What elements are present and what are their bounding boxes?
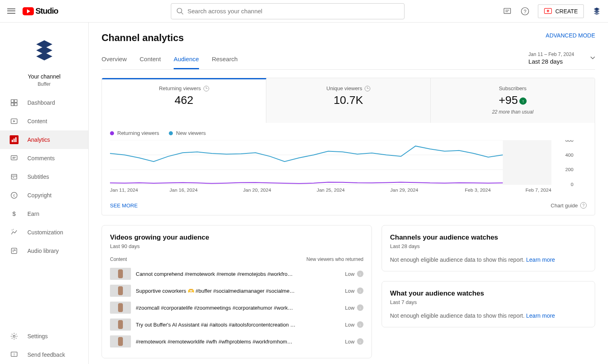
learn-more-link[interactable]: Learn more <box>526 312 555 319</box>
chevron-down-icon <box>590 56 595 60</box>
sidebar-item-content[interactable]: Content <box>0 112 88 130</box>
svg-point-30 <box>13 335 15 337</box>
video-row[interactable]: #zoomcall #corporatelife #zoommeetings #… <box>110 299 363 316</box>
svg-text:Feb 3, 2024: Feb 3, 2024 <box>465 188 491 192</box>
svg-rect-13 <box>15 103 17 106</box>
sidebar-item-customization[interactable]: Customization <box>0 223 88 242</box>
svg-text:Feb 7, 2024: Feb 7, 2024 <box>525 188 552 192</box>
video-row[interactable]: Try out Buffer's AI Assistant #ai #aitoo… <box>110 316 363 333</box>
advanced-mode-link[interactable]: ADVANCED MODE <box>546 32 595 39</box>
svg-point-27 <box>12 230 12 230</box>
video-row[interactable]: Cannot comprehend #remotework #remote #r… <box>110 265 363 282</box>
card-subtitle: Last 90 days <box>110 243 363 249</box>
sidebar-item-dashboard[interactable]: Dashboard <box>0 93 88 112</box>
svg-rect-17 <box>15 137 17 142</box>
svg-text:200: 200 <box>565 168 573 172</box>
col-returned: New viewers who returned <box>307 256 363 262</box>
video-title: Supportive coworkers 🫶 #buffer #socialme… <box>136 288 340 294</box>
svg-rect-15 <box>12 140 13 142</box>
studio-logo[interactable]: Studio <box>23 6 58 16</box>
date-range-picker[interactable]: Jan 11 – Feb 7, 2024 Last 28 days <box>529 52 595 68</box>
menu-icon[interactable] <box>6 6 16 16</box>
video-title: #zoomcall #corporatelife #zoommeetings #… <box>136 305 340 311</box>
legend-item: Returning viewers <box>110 130 159 136</box>
channels-watches-card: Channels your audience watches Last 28 d… <box>382 225 595 271</box>
video-stat: Low ↓ <box>345 271 363 277</box>
videos-growing-card: Videos growing your audience Last 90 day… <box>102 225 372 358</box>
video-thumbnail <box>110 302 131 314</box>
search-input[interactable] <box>187 8 399 14</box>
tab-research[interactable]: Research <box>212 50 238 69</box>
legend-dot-icon <box>169 131 173 135</box>
svg-text:Jan 25, 2024: Jan 25, 2024 <box>317 188 345 192</box>
analytics-icon <box>10 135 19 144</box>
account-icon[interactable] <box>592 6 602 16</box>
comments-icon <box>10 154 19 163</box>
sidebar-item-send-feedback[interactable]: Send feedback <box>0 345 88 364</box>
send feedback-icon <box>10 350 19 359</box>
date-preset-label: Last 28 days <box>529 58 574 65</box>
video-row[interactable]: Supportive coworkers 🫶 #buffer #socialme… <box>110 282 363 299</box>
card-subtitle: Last 28 days <box>390 243 587 249</box>
copyright-icon: c <box>10 191 19 200</box>
channel-avatar[interactable] <box>26 32 62 68</box>
up-arrow-icon: ↑ <box>519 97 527 105</box>
video-stat: Low ↓ <box>345 338 363 345</box>
sidebar-item-comments[interactable]: Comments <box>0 149 88 168</box>
sidebar-item-audio-library[interactable]: Audio library <box>0 242 88 260</box>
subtitles-icon <box>10 172 19 181</box>
metric-tab-unique-viewers[interactable]: Unique viewers10.7K <box>266 78 431 123</box>
svg-rect-11 <box>15 100 17 103</box>
sidebar: Your channel Buffer DashboardContentAnal… <box>0 23 89 364</box>
svg-text:Jan 11, 2024: Jan 11, 2024 <box>110 188 138 192</box>
tab-overview[interactable]: Overview <box>102 50 127 69</box>
sidebar-item-subtitles[interactable]: Subtitles <box>0 168 88 186</box>
metric-tab-subscribers[interactable]: Subscribers+95↑22 more than usual <box>431 78 595 123</box>
search-box[interactable] <box>171 3 405 19</box>
app-header: Studio ? CREATE <box>0 0 608 23</box>
svg-text:$: $ <box>12 210 16 217</box>
see-more-link[interactable]: SEE MORE <box>110 203 138 209</box>
svg-line-1 <box>181 12 183 14</box>
date-range-text: Jan 11 – Feb 7, 2024 <box>529 52 574 57</box>
svg-text:400: 400 <box>565 153 573 157</box>
channel-label: Your channel <box>0 73 88 80</box>
clock-icon <box>203 86 209 91</box>
card-title: What your audience watches <box>390 290 587 298</box>
sidebar-item-copyright[interactable]: cCopyright <box>0 186 88 205</box>
audience-watches-card: What your audience watches Last 7 days N… <box>382 281 595 327</box>
tab-content[interactable]: Content <box>140 50 161 69</box>
video-stat: Low ↓ <box>345 287 363 294</box>
dashboard-icon <box>10 98 19 107</box>
legend-item: New viewers <box>169 130 206 136</box>
youtube-play-icon <box>23 7 34 15</box>
metrics-card: Returning viewers462Unique viewers10.7KS… <box>102 78 595 215</box>
down-arrow-icon: ↓ <box>357 338 363 345</box>
svg-text:c: c <box>13 193 15 197</box>
sidebar-item-settings[interactable]: Settings <box>0 327 88 345</box>
video-stat: Low ↓ <box>345 321 363 328</box>
tab-audience[interactable]: Audience <box>174 50 199 69</box>
metric-tab-returning-viewers[interactable]: Returning viewers462 <box>102 78 266 123</box>
customization-icon <box>10 228 19 237</box>
sidebar-item-analytics[interactable]: Analytics <box>0 130 88 149</box>
chart-guide[interactable]: Chart guide ? <box>551 202 587 209</box>
content-icon <box>10 117 19 126</box>
svg-point-33 <box>14 356 14 356</box>
channel-header: Your channel Buffer <box>0 23 88 93</box>
video-thumbnail <box>110 335 131 347</box>
learn-more-link[interactable]: Learn more <box>526 256 555 263</box>
svg-text:600: 600 <box>565 140 573 143</box>
svg-rect-18 <box>11 155 17 160</box>
svg-point-0 <box>177 8 182 13</box>
help-icon[interactable]: ? <box>520 6 530 16</box>
card-title: Videos growing your audience <box>110 234 363 242</box>
create-button[interactable]: CREATE <box>538 4 584 18</box>
video-row[interactable]: #remotework #remoteworklife #wfh #wfhpro… <box>110 333 363 350</box>
main-content: Channel analytics ADVANCED MODE Overview… <box>89 23 608 364</box>
video-thumbnail <box>110 318 131 331</box>
chat-icon[interactable] <box>502 6 512 16</box>
svg-rect-12 <box>11 103 14 106</box>
card-text: Not enough eligible audience data to sho… <box>390 256 525 263</box>
sidebar-item-earn[interactable]: $Earn <box>0 205 88 223</box>
